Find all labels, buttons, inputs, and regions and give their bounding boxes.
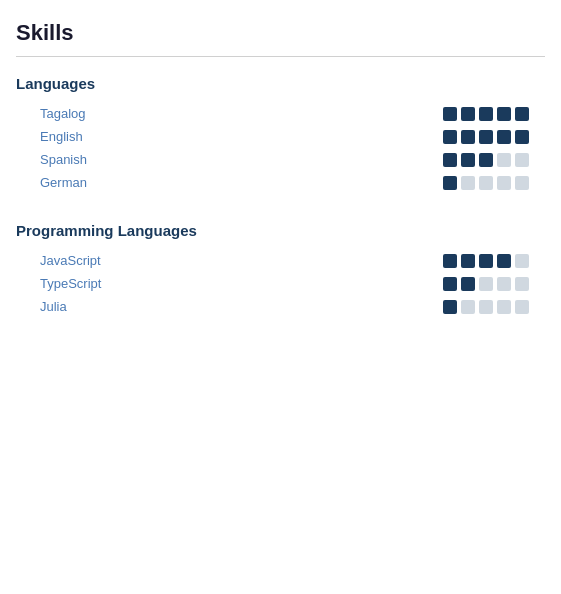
dot-filled — [461, 153, 475, 167]
dot-empty — [479, 176, 493, 190]
dot-filled — [461, 277, 475, 291]
dot-empty — [515, 176, 529, 190]
skill-dots — [443, 277, 529, 291]
dot-empty — [461, 300, 475, 314]
dot-filled — [461, 130, 475, 144]
dot-filled — [497, 254, 511, 268]
dot-filled — [479, 254, 493, 268]
page-title: Skills — [16, 20, 545, 57]
dot-filled — [443, 277, 457, 291]
skill-name: English — [40, 129, 83, 144]
dot-empty — [515, 153, 529, 167]
dot-empty — [497, 300, 511, 314]
skill-name: JavaScript — [40, 253, 101, 268]
dot-empty — [479, 300, 493, 314]
dot-filled — [515, 130, 529, 144]
skill-row: Julia — [16, 295, 545, 318]
skill-name: Julia — [40, 299, 67, 314]
dot-filled — [479, 130, 493, 144]
skill-dots — [443, 107, 529, 121]
dot-empty — [515, 254, 529, 268]
skill-row: Tagalog — [16, 102, 545, 125]
dot-filled — [497, 107, 511, 121]
skill-row: JavaScript — [16, 249, 545, 272]
dot-filled — [443, 254, 457, 268]
dot-filled — [443, 153, 457, 167]
dot-empty — [497, 176, 511, 190]
dot-filled — [461, 254, 475, 268]
skill-dots — [443, 176, 529, 190]
skill-name: German — [40, 175, 87, 190]
skill-dots — [443, 300, 529, 314]
skill-row: English — [16, 125, 545, 148]
dot-filled — [461, 107, 475, 121]
dot-filled — [443, 176, 457, 190]
skill-row: German — [16, 171, 545, 194]
dot-empty — [479, 277, 493, 291]
dot-empty — [515, 300, 529, 314]
section-title-programming-languages: Programming Languages — [16, 222, 545, 239]
skill-name: TypeScript — [40, 276, 101, 291]
dot-filled — [479, 107, 493, 121]
skill-dots — [443, 130, 529, 144]
dot-filled — [479, 153, 493, 167]
skill-row: TypeScript — [16, 272, 545, 295]
skill-name: Spanish — [40, 152, 87, 167]
dot-empty — [497, 153, 511, 167]
dot-filled — [515, 107, 529, 121]
dot-filled — [443, 300, 457, 314]
dot-filled — [497, 130, 511, 144]
dot-filled — [443, 130, 457, 144]
skill-row: Spanish — [16, 148, 545, 171]
dot-empty — [497, 277, 511, 291]
dot-empty — [515, 277, 529, 291]
section-programming-languages: Programming LanguagesJavaScriptTypeScrip… — [16, 222, 545, 318]
section-title-languages: Languages — [16, 75, 545, 92]
skill-dots — [443, 153, 529, 167]
dot-filled — [443, 107, 457, 121]
dot-empty — [461, 176, 475, 190]
skill-dots — [443, 254, 529, 268]
section-languages: LanguagesTagalogEnglishSpanishGerman — [16, 75, 545, 194]
skill-name: Tagalog — [40, 106, 86, 121]
